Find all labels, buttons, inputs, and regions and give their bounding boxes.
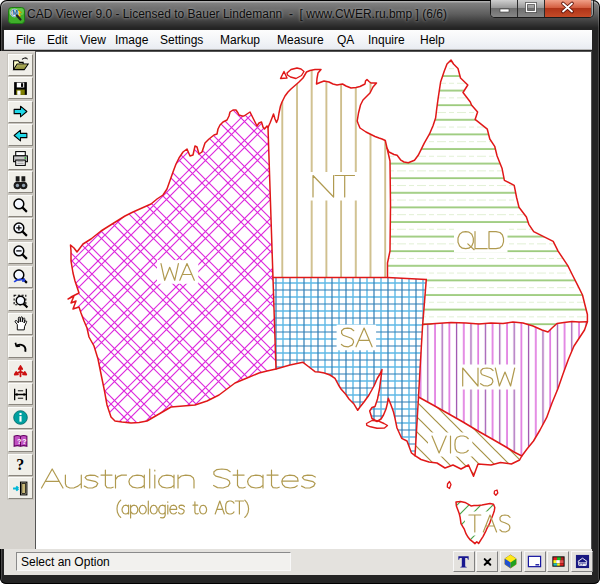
svg-text:?: ?	[16, 456, 24, 473]
svg-text:?: ?	[22, 436, 27, 445]
